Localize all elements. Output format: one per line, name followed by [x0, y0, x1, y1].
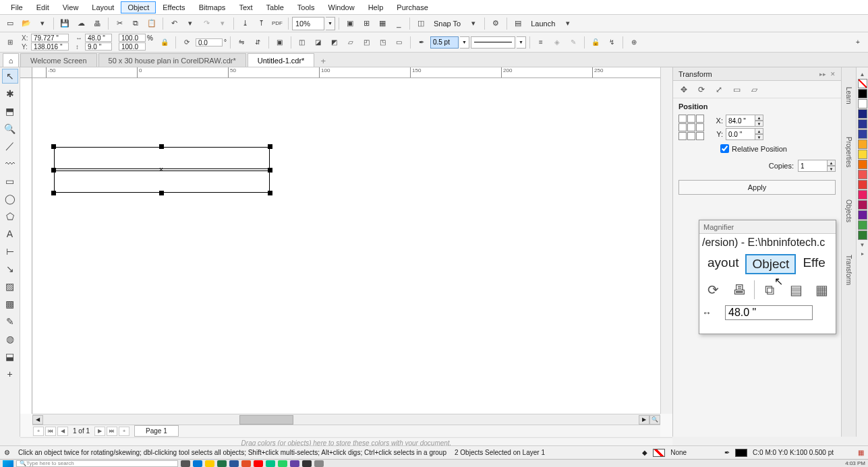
- app1-icon[interactable]: [266, 460, 275, 467]
- color-proof-icon[interactable]: ▦: [858, 449, 864, 456]
- artistic-media-tool[interactable]: 〰: [2, 156, 18, 171]
- save-button[interactable]: 💾: [57, 16, 72, 31]
- menu-bitmaps[interactable]: Bitmaps: [192, 1, 233, 13]
- menu-help[interactable]: Help: [361, 1, 390, 13]
- transform-rotate-tab[interactable]: ⟳: [695, 83, 708, 96]
- lock-button[interactable]: 🔓: [588, 35, 603, 50]
- menu-file[interactable]: File: [4, 1, 30, 13]
- app3-icon[interactable]: [314, 460, 324, 467]
- swatch-amber[interactable]: [858, 139, 867, 149]
- open-dropdown[interactable]: ▾: [35, 16, 50, 31]
- pos-x-input[interactable]: [726, 115, 755, 127]
- cloud-button[interactable]: ☁: [74, 16, 88, 31]
- zoom-dropdown[interactable]: ▼: [326, 17, 335, 30]
- pos-y-input[interactable]: [726, 128, 755, 140]
- scroll-thumb[interactable]: [239, 415, 293, 425]
- line-style-dropdown[interactable]: ▼: [517, 36, 526, 49]
- doc-tab-houseplan[interactable]: 50 x 30 house plan in CorelDRAW.cdr*: [98, 53, 246, 67]
- last-page-button[interactable]: ⏭: [107, 427, 117, 436]
- snapto-dropdown[interactable]: ▾: [466, 16, 481, 31]
- more-tools[interactable]: +: [2, 367, 18, 381]
- app2-icon[interactable]: [290, 460, 299, 467]
- vtab-objects[interactable]: Objects: [843, 193, 855, 228]
- vtab-transform[interactable]: Transform: [843, 249, 855, 291]
- smartfill-tool[interactable]: ⬓: [2, 349, 18, 364]
- pos-x-down[interactable]: ▼: [755, 121, 763, 127]
- zoom-level-input[interactable]: 10%: [292, 17, 324, 30]
- docker-collapse-button[interactable]: ▸▸: [819, 71, 826, 77]
- edit-button[interactable]: ✎: [566, 35, 581, 50]
- outline-swatch[interactable]: [735, 449, 747, 457]
- handle-bc[interactable]: [159, 191, 164, 195]
- rectangle-tool[interactable]: ▭: [2, 174, 18, 189]
- ruler-vertical[interactable]: [20, 78, 32, 414]
- swatch-purple[interactable]: [858, 210, 867, 220]
- import-button[interactable]: ⤓: [237, 16, 252, 31]
- freehand-tool[interactable]: ／: [2, 139, 18, 154]
- fill-indicator-icon[interactable]: ◆: [642, 449, 647, 456]
- swatch-red2[interactable]: [858, 180, 867, 189]
- explorer-icon[interactable]: [205, 460, 214, 467]
- taskbar-clock[interactable]: 4:03 PM: [845, 460, 865, 466]
- magnifier-title[interactable]: Magnifier: [699, 220, 836, 234]
- add-page-button[interactable]: +: [33, 427, 44, 436]
- zoom-canvas-button[interactable]: 🔍: [649, 415, 660, 425]
- ellipse-tool[interactable]: ◯: [2, 191, 18, 206]
- crop-tool[interactable]: ⬒: [2, 104, 18, 119]
- swatch-none[interactable]: [858, 79, 867, 88]
- intersect-button[interactable]: ◩: [327, 35, 342, 50]
- handle-tc[interactable]: [159, 144, 164, 149]
- fullscreen-button[interactable]: ▣: [343, 16, 357, 31]
- menu-edit[interactable]: Edit: [30, 1, 56, 13]
- prev-page-button[interactable]: ◀: [57, 427, 68, 436]
- excel-icon[interactable]: [217, 460, 227, 467]
- new-doc-tab[interactable]: +: [317, 55, 329, 67]
- menu-purchase[interactable]: Purchase: [390, 1, 434, 13]
- menu-view[interactable]: View: [56, 1, 86, 13]
- ruler-origin[interactable]: [20, 67, 32, 78]
- page-tab-1[interactable]: Page 1: [134, 425, 179, 437]
- export-button[interactable]: ⤒: [254, 16, 268, 31]
- convert-curves-button[interactable]: ◈: [550, 35, 565, 50]
- guidelines-button[interactable]: ⎯: [391, 16, 406, 31]
- angle-input[interactable]: 0.0: [196, 38, 223, 46]
- pos-x-up[interactable]: ▲: [755, 115, 763, 121]
- dropshadow-tool[interactable]: ▨: [2, 279, 18, 294]
- menu-object[interactable]: Object: [121, 1, 156, 13]
- connector-tool[interactable]: ↘: [2, 261, 18, 276]
- vtab-learn[interactable]: Learn: [843, 81, 855, 111]
- handle-tr[interactable]: [268, 144, 272, 149]
- quick-customize-button[interactable]: ⊕: [627, 35, 641, 50]
- launch-icon[interactable]: ▤: [511, 16, 525, 31]
- options-button[interactable]: ⚙: [488, 16, 503, 31]
- apply-button[interactable]: Apply: [678, 180, 836, 195]
- scalex-input[interactable]: 100.0: [119, 34, 146, 42]
- pos-y-down[interactable]: ▼: [755, 134, 763, 140]
- transparency-tool[interactable]: ▩: [2, 297, 18, 311]
- start-button[interactable]: [3, 460, 13, 467]
- mirror-v-button[interactable]: ⇵: [250, 35, 265, 50]
- doc-tab-untitled[interactable]: Untitled-1.cdr*: [248, 53, 315, 67]
- snapto-icon[interactable]: ◫: [413, 16, 428, 31]
- next-page-button[interactable]: ▶: [94, 427, 105, 436]
- swatch-navy[interactable]: [858, 109, 867, 119]
- rulers-button[interactable]: ⊞: [359, 16, 374, 31]
- docker-close-button[interactable]: ✕: [830, 71, 836, 77]
- redo-button[interactable]: ↷: [199, 16, 214, 31]
- back-minus-front-button[interactable]: ◳: [376, 35, 390, 50]
- handle-ml[interactable]: [51, 168, 56, 173]
- front-minus-back-button[interactable]: ◰: [359, 35, 374, 50]
- menu-effects[interactable]: Effects: [156, 1, 192, 13]
- new-button[interactable]: ▭: [3, 16, 18, 31]
- home-tab[interactable]: ⌂: [3, 53, 19, 67]
- x-input[interactable]: 79.727 ": [31, 34, 69, 42]
- anchor-grid[interactable]: [678, 115, 704, 140]
- copies-input[interactable]: [798, 160, 828, 172]
- lock-ratio-button[interactable]: 🔒: [157, 35, 172, 50]
- copy-button[interactable]: ⧉: [128, 16, 143, 31]
- first-page-button[interactable]: ⏮: [45, 427, 56, 436]
- order-front-button[interactable]: ▣: [272, 35, 287, 50]
- gear-icon[interactable]: ⚙: [4, 449, 10, 456]
- swatch-orange[interactable]: [858, 160, 867, 169]
- dimension-tool[interactable]: ⊢: [2, 244, 18, 259]
